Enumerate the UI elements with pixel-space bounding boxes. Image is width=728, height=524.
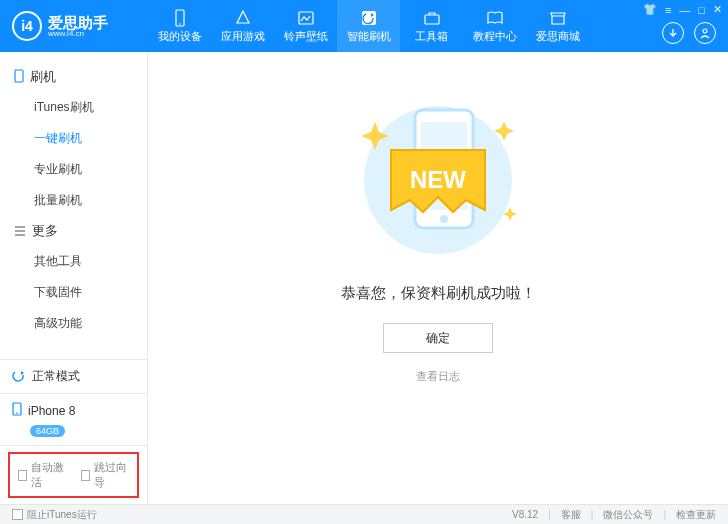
nav-tutorials[interactable]: 教程中心 xyxy=(463,0,526,52)
nav-ringtones[interactable]: 铃声壁纸 xyxy=(274,0,337,52)
device-panel[interactable]: iPhone 8 64GB xyxy=(0,393,147,445)
svg-point-8 xyxy=(16,412,18,414)
menu-icon[interactable]: ≡ xyxy=(665,4,671,16)
svg-point-5 xyxy=(703,29,707,33)
sidebar-item-other-tools[interactable]: 其他工具 xyxy=(0,246,147,277)
svg-point-12 xyxy=(440,215,448,223)
flash-icon xyxy=(360,9,378,27)
mode-label: 正常模式 xyxy=(32,368,80,385)
logo: i4 爱思助手 www.i4.cn xyxy=(0,11,148,41)
sidebar-item-itunes-flash[interactable]: iTunes刷机 xyxy=(0,92,147,123)
nav-label: 爱思商城 xyxy=(536,29,580,44)
nav-label: 铃声壁纸 xyxy=(284,29,328,44)
block-itunes-checkbox[interactable]: 阻止iTunes运行 xyxy=(12,508,97,522)
sidebar-item-oneclick-flash[interactable]: 一键刷机 xyxy=(0,123,147,154)
minimize-icon[interactable]: — xyxy=(679,4,690,16)
sidebar-item-download-fw[interactable]: 下载固件 xyxy=(0,277,147,308)
nav-label: 我的设备 xyxy=(158,29,202,44)
sidebar-section-more[interactable]: 更多 xyxy=(0,216,147,246)
phone-small-icon xyxy=(14,69,24,86)
wechat-link[interactable]: 微信公众号 xyxy=(603,508,653,522)
status-bar: 阻止iTunes运行 V8.12 | 客服 | 微信公众号 | 检查更新 xyxy=(0,504,728,524)
svg-rect-4 xyxy=(425,15,439,24)
chk-label: 阻止iTunes运行 xyxy=(27,508,97,522)
nav-label: 应用游戏 xyxy=(221,29,265,44)
refresh-icon xyxy=(12,368,26,385)
chk-label: 自动激活 xyxy=(31,460,66,490)
window-controls: 👕 ≡ — □ ✕ xyxy=(643,3,722,16)
section-title: 刷机 xyxy=(30,68,56,86)
shirt-icon[interactable]: 👕 xyxy=(643,3,657,16)
svg-rect-6 xyxy=(15,70,23,82)
close-icon[interactable]: ✕ xyxy=(713,3,722,16)
apps-icon xyxy=(234,9,252,27)
nav-toolbox[interactable]: 工具箱 xyxy=(400,0,463,52)
bottom-options: 自动激活 跳过向导 xyxy=(0,445,147,504)
nav-label: 教程中心 xyxy=(473,29,517,44)
store-icon xyxy=(549,9,567,27)
list-icon xyxy=(14,224,26,239)
nav-label: 智能刷机 xyxy=(347,29,391,44)
auto-activate-checkbox[interactable]: 自动激活 xyxy=(18,460,67,490)
nav-label: 工具箱 xyxy=(415,29,448,44)
book-icon xyxy=(486,9,504,27)
nav-apps[interactable]: 应用游戏 xyxy=(211,0,274,52)
storage-badge: 64GB xyxy=(30,425,65,437)
sidebar-item-pro-flash[interactable]: 专业刷机 xyxy=(0,154,147,185)
svg-point-1 xyxy=(179,23,181,25)
device-mode[interactable]: 正常模式 xyxy=(0,359,147,393)
main-content: NEW 恭喜您，保资料刷机成功啦！ 确定 查看日志 xyxy=(148,52,728,504)
download-button[interactable] xyxy=(662,22,684,44)
update-link[interactable]: 检查更新 xyxy=(676,508,716,522)
support-link[interactable]: 客服 xyxy=(561,508,581,522)
top-nav: 我的设备 应用游戏 铃声壁纸 智能刷机 工具箱 教程中心 爱思商城 xyxy=(148,0,589,52)
logo-title: 爱思助手 xyxy=(48,15,108,30)
sidebar: 刷机 iTunes刷机 一键刷机 专业刷机 批量刷机 更多 其他工具 下载固件 … xyxy=(0,52,148,504)
logo-url: www.i4.cn xyxy=(48,30,108,38)
version-label: V8.12 xyxy=(512,509,538,520)
ok-button[interactable]: 确定 xyxy=(383,323,493,353)
svg-rect-2 xyxy=(299,12,313,24)
chk-label: 跳过向导 xyxy=(94,460,129,490)
nav-flash[interactable]: 智能刷机 xyxy=(337,0,400,52)
view-log-link[interactable]: 查看日志 xyxy=(416,369,460,384)
nav-my-device[interactable]: 我的设备 xyxy=(148,0,211,52)
sidebar-section-flash[interactable]: 刷机 xyxy=(0,62,147,92)
sidebar-item-batch-flash[interactable]: 批量刷机 xyxy=(0,185,147,216)
phone-icon xyxy=(171,9,189,27)
toolbox-icon xyxy=(423,9,441,27)
sidebar-item-advanced[interactable]: 高级功能 xyxy=(0,308,147,339)
maximize-icon[interactable]: □ xyxy=(698,4,705,16)
app-header: i4 爱思助手 www.i4.cn 我的设备 应用游戏 铃声壁纸 智能刷机 工具… xyxy=(0,0,728,52)
nav-store[interactable]: 爱思商城 xyxy=(526,0,589,52)
svg-text:NEW: NEW xyxy=(410,166,466,193)
device-icon xyxy=(12,402,22,419)
success-message: 恭喜您，保资料刷机成功啦！ xyxy=(341,284,536,303)
user-button[interactable] xyxy=(694,22,716,44)
device-name: iPhone 8 xyxy=(28,404,75,418)
section-title: 更多 xyxy=(32,222,58,240)
logo-mark: i4 xyxy=(12,11,42,41)
skip-wizard-checkbox[interactable]: 跳过向导 xyxy=(81,460,130,490)
wallpaper-icon xyxy=(297,9,315,27)
success-illustration: NEW xyxy=(333,92,543,260)
